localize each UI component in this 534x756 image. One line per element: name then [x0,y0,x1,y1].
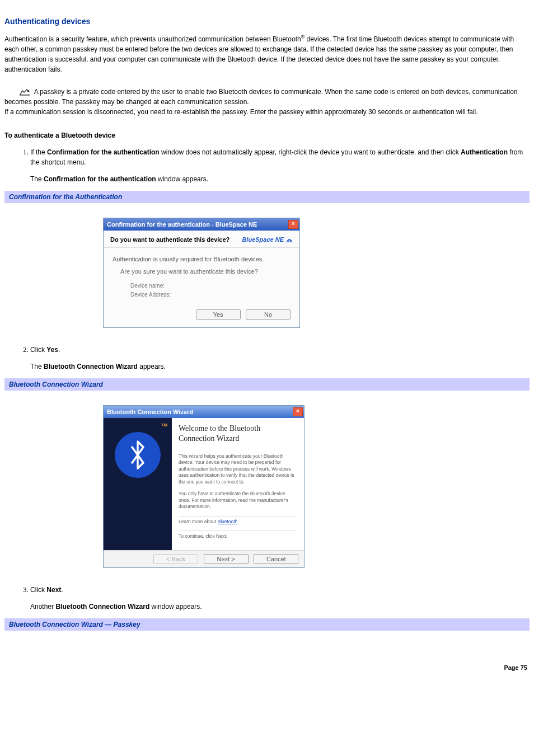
procedure-heading: To authenticate a Bluetooth device [4,132,530,139]
confirmation-titlebar: Confirmation for the authentication - Bl… [104,218,299,231]
wizard-sep-2 [179,530,297,531]
wizard-button-row: < Back Next > Cancel [104,550,304,567]
caption-bar-confirmation: Confirmation for the Authentication [4,191,530,203]
caption-bar-wizard: Bluetooth Connection Wizard [4,378,530,391]
confirmation-dialog: Confirmation for the authentication - Bl… [103,218,300,328]
close-icon[interactable]: × [293,407,303,416]
next-button[interactable]: Next > [204,554,249,564]
yes-button[interactable]: Yes [196,309,241,320]
step1-follow-c: window appears. [156,175,208,183]
note-icon [19,88,31,96]
confirmation-line1: Authentication is usually required for B… [113,256,291,262]
bluespace-logo: BlueSpace NE [242,236,293,243]
wizard-paragraph-4: To continue, click Next. [179,533,297,539]
wizard-content: TM Welcome to the Bluetooth Connection W… [104,418,304,550]
page-footer: Page 75 [4,664,530,671]
device-address-label: Device Address: [130,290,291,299]
wizard-paragraph-1: This wizard helps you authenticate your … [179,453,297,485]
step3-bold: Next [46,586,61,594]
intro-paragraph: Authentication is a security feature, wh… [4,34,530,74]
step1-bold-menu: Authentication [461,148,508,156]
step1-text-a: If the [30,148,47,156]
wizard-dialog: Bluetooth Connection Wizard × TM Welcome… [103,405,305,568]
step2-text-c: . [58,346,60,354]
screenshot-wizard-wrapper: Bluetooth Connection Wizard × TM Welcome… [4,391,530,585]
note-block: A passkey is a private code entered by t… [4,87,530,117]
step3-text-a: Click [30,586,46,594]
svg-rect-0 [20,95,30,96]
wizard-sidebar: TM [104,418,172,550]
step3-follow-bold: Bluetooth Connection Wizard [55,603,149,611]
bluetooth-link[interactable]: Bluetooth [217,519,237,524]
steps-list-2: Click Yes. The Bluetooth Connection Wiza… [4,345,530,370]
back-button: < Back [153,554,198,564]
wizard-title-text: Bluetooth Connection Wizard [107,408,193,415]
caption-bar-passkey: Bluetooth Connection Wizard — Passkey [4,618,530,631]
step-1: If the Confirmation for the authenticati… [30,147,530,183]
confirmation-question: Do you want to authenticate this device? [110,236,229,243]
cancel-button[interactable]: Cancel [254,554,298,564]
step1-bold-window: Confirmation for the authentication [47,148,160,156]
step-3: Click Next. Another Bluetooth Connection… [30,585,530,611]
step3-follow-c: window appears. [149,603,202,611]
step3-text-c: . [61,586,63,594]
steps-list-3: Click Next. Another Bluetooth Connection… [4,585,530,611]
note-paragraph-2: If a communication session is disconnect… [4,108,478,116]
step2-follow-c: appears. [138,363,166,370]
bluespace-logo-text: BlueSpace NE [242,236,284,243]
step1-follow-bold: Confirmation for the authentication [44,175,156,183]
close-icon[interactable]: × [288,220,298,229]
wizard-main: Welcome to the Bluetooth Connection Wiza… [172,418,304,550]
step-2: Click Yes. The Bluetooth Connection Wiza… [30,345,530,370]
step2-follow-a: The [30,363,44,370]
wizard-paragraph-3: Learn more about Bluetooth [179,519,297,525]
device-name-label: Device name: [130,281,291,290]
step2-bold: Yes [46,346,58,354]
note-paragraph-1: A passkey is a private code entered by t… [4,88,518,106]
step1-text-c: window does not automatically appear, ri… [160,148,461,156]
step2-text-a: Click [30,346,46,354]
wizard-p3-text: Learn more about [179,519,217,524]
tm-mark: TM [161,422,167,428]
step2-follow-bold: Bluetooth Connection Wizard [44,363,138,370]
bluetooth-icon [115,432,161,478]
wizard-sep-1 [179,516,297,516]
confirmation-title-text: Confirmation for the authentication - Bl… [107,221,257,228]
signal-icon [286,236,293,243]
step3-follow-a: Another [30,603,55,611]
wizard-welcome-title: Welcome to the Bluetooth Connection Wiza… [179,424,297,443]
steps-list: If the Confirmation for the authenticati… [4,147,530,183]
step1-follow-a: The [30,175,44,183]
wizard-paragraph-2: You only have to authenticate the Blueto… [179,491,297,510]
intro-text-before: Authentication is a security feature, wh… [4,35,301,43]
confirmation-button-row: Yes No [104,305,299,327]
confirmation-body: Authentication is usually required for B… [104,248,299,305]
confirmation-upper: Do you want to authenticate this device?… [104,231,299,248]
wizard-titlebar: Bluetooth Connection Wizard × [104,406,304,418]
page-heading: Authenticating devices [4,17,530,26]
no-button[interactable]: No [246,309,291,320]
screenshot-confirmation-wrapper: Confirmation for the authentication - Bl… [4,203,530,345]
confirmation-line2: Are you sure you want to authenticate th… [120,268,291,275]
